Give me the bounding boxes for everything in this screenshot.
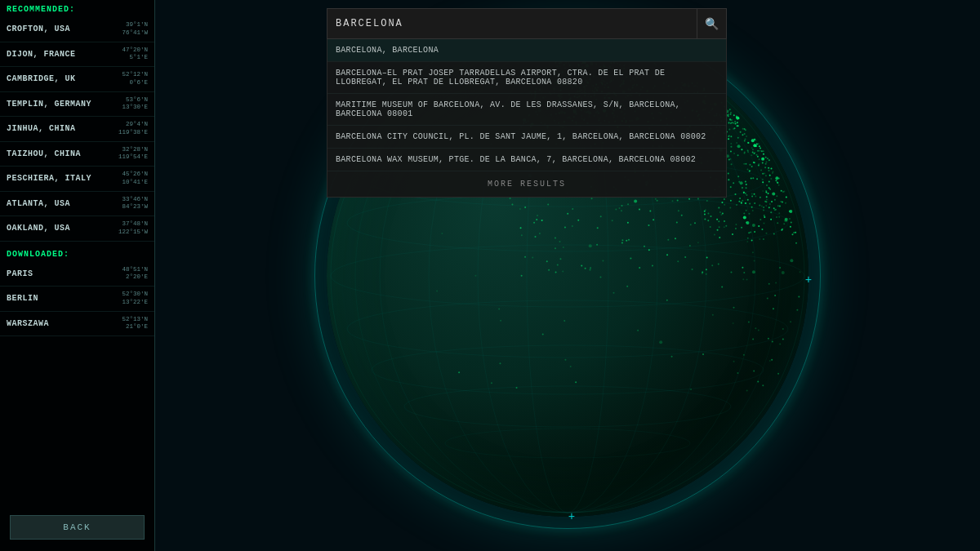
city-coords: 32°28'N119°54'E: [118, 146, 148, 162]
globe-container: + + + + 🔍 BARCELONA, BARCELONABARCELONA–…: [155, 0, 980, 551]
recommended-list: CROFTON, USA 39°1'N76°41'W DIJON, FRANCE…: [0, 17, 154, 242]
recommended-city-item[interactable]: CAMBRIDGE, UK 52°12'N0°6'E: [0, 67, 154, 92]
recommended-city-item[interactable]: TAIZHOU, CHINA 32°28'N119°54'E: [0, 142, 154, 167]
city-coords: 47°20'N5°1'E: [122, 47, 148, 63]
city-coords: 52°30'N13°22'E: [122, 291, 148, 307]
city-name: JINHUA, CHINA: [7, 124, 76, 133]
more-results-button[interactable]: MORE RESULTS: [327, 171, 726, 197]
recommended-city-item[interactable]: PESCHIERA, ITALY 45°26'N10°41'E: [0, 167, 154, 192]
city-name: TEMPLIN, GERMANY: [7, 100, 91, 109]
recommended-city-item[interactable]: ATLANTA, USA 33°46'N84°23'W: [0, 192, 154, 217]
recommended-label: RECOMMENDED:: [0, 0, 154, 17]
search-result-item[interactable]: BARCELONA–EL PRAT JOSEP TARRADELLAS AIRP…: [327, 62, 726, 94]
search-result-item[interactable]: BARCELONA, BARCELONA: [327, 39, 726, 62]
search-result-item[interactable]: MARITIME MUSEUM OF BARCELONA, AV. DE LES…: [327, 94, 726, 126]
city-coords: 29°4'N119°38'E: [118, 121, 148, 137]
downloaded-label: DOWNLOADED:: [0, 245, 154, 262]
search-area: 🔍 BARCELONA, BARCELONABARCELONA–EL PRAT …: [327, 8, 727, 198]
city-name: CAMBRIDGE, UK: [7, 74, 76, 83]
sidebar: RECOMMENDED: CROFTON, USA 39°1'N76°41'W …: [0, 0, 155, 551]
city-coords: 45°26'N10°41'E: [122, 171, 148, 187]
search-result-item[interactable]: BARCELONA WAX MUSEUM, PTGE. DE LA BANCA,…: [327, 149, 726, 171]
recommended-city-item[interactable]: JINHUA, CHINA 29°4'N119°38'E: [0, 117, 154, 142]
recommended-city-item[interactable]: CROFTON, USA 39°1'N76°41'W: [0, 17, 154, 42]
city-name: BERLIN: [7, 294, 38, 303]
downloaded-city-item[interactable]: BERLIN 52°30'N13°22'E: [0, 287, 154, 312]
city-coords: 48°51'N2°20'E: [122, 266, 148, 282]
downloaded-city-item[interactable]: PARIS 48°51'N2°20'E: [0, 262, 154, 287]
downloaded-city-item[interactable]: WARSZAWA 52°13'N21°0'E: [0, 312, 154, 337]
downloaded-list: PARIS 48°51'N2°20'E BERLIN 52°30'N13°22'…: [0, 262, 154, 337]
city-name: PARIS: [7, 269, 33, 278]
recommended-city-item[interactable]: DIJON, FRANCE 47°20'N5°1'E: [0, 42, 154, 68]
orbit-marker-top: +: [805, 273, 812, 287]
city-coords: 52°13'N21°0'E: [122, 316, 148, 332]
city-name: PESCHIERA, ITALY: [7, 174, 91, 183]
back-btn-container: BACK: [0, 507, 154, 551]
back-button[interactable]: BACK: [10, 515, 145, 540]
recommended-city-item[interactable]: OAKLAND, USA 37°48'N122°15'W: [0, 216, 154, 242]
city-name: WARSZAWA: [7, 319, 49, 328]
search-icon: 🔍: [705, 17, 719, 30]
orbit-marker-left: +: [568, 510, 575, 523]
city-name: OAKLAND, USA: [7, 224, 70, 233]
downloaded-section: DOWNLOADED: PARIS 48°51'N2°20'E BERLIN 5…: [0, 245, 154, 337]
search-box: 🔍: [327, 8, 727, 39]
city-coords: 33°46'N84°23'W: [122, 196, 148, 212]
city-coords: 39°1'N76°41'W: [122, 21, 148, 38]
recommended-city-item[interactable]: TEMPLIN, GERMANY 53°6'N13°30'E: [0, 92, 154, 118]
search-results: BARCELONA, BARCELONABARCELONA–EL PRAT JO…: [327, 39, 726, 171]
city-name: ATLANTA, USA: [7, 199, 70, 208]
search-button[interactable]: 🔍: [697, 9, 726, 38]
city-coords: 37°48'N122°15'W: [118, 220, 148, 237]
city-name: CROFTON, USA: [7, 24, 70, 33]
search-dropdown: BARCELONA, BARCELONABARCELONA–EL PRAT JO…: [327, 39, 727, 198]
city-coords: 52°12'N0°6'E: [122, 71, 148, 87]
city-name: TAIZHOU, CHINA: [7, 149, 81, 158]
search-input[interactable]: [327, 11, 697, 36]
city-name: DIJON, FRANCE: [7, 50, 76, 59]
city-coords: 53°6'N13°30'E: [122, 96, 148, 113]
search-result-item[interactable]: BARCELONA CITY COUNCIL, PL. DE SANT JAUM…: [327, 126, 726, 149]
